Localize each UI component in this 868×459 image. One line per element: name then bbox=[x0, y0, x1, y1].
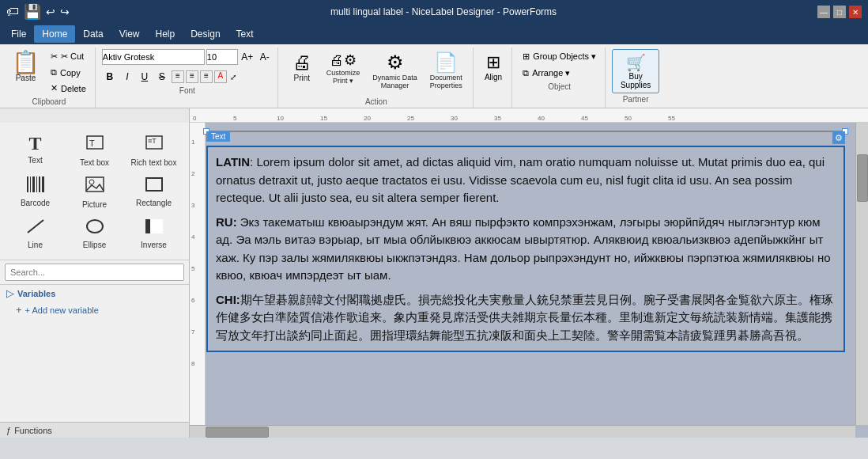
ruler-tick-55: 55 bbox=[668, 115, 675, 122]
svg-point-11 bbox=[89, 180, 94, 184]
ribbon-group-partner: 🛒 BuySupplies Partner bbox=[607, 47, 664, 108]
buy-supplies-label: BuySupplies bbox=[621, 72, 651, 89]
font-name-select[interactable] bbox=[102, 49, 205, 65]
maximize-button[interactable]: □ bbox=[833, 6, 846, 18]
tool-rectangle[interactable]: Rectangle bbox=[125, 173, 183, 213]
document-canvas: Text ⚙ LATIN: Lorem ipsum dolor sit amet… bbox=[206, 131, 846, 132]
panel-search bbox=[0, 260, 189, 285]
tool-ellipse[interactable]: Ellipse bbox=[66, 214, 123, 253]
tool-text[interactable]: T Text bbox=[6, 129, 64, 171]
paste-button[interactable]: 📋 Paste bbox=[8, 49, 43, 96]
variables-icon: ▷ bbox=[6, 287, 14, 299]
inverse-tool-label: Inverse bbox=[141, 241, 167, 249]
ribbon-group-font: A+ A- B I U S ≡ ≡ ≡ A ⤢ Font bbox=[97, 47, 278, 108]
menu-design[interactable]: Design bbox=[183, 25, 228, 43]
variables-item[interactable]: ▷ Variables bbox=[0, 285, 189, 302]
ruler-tick-25: 25 bbox=[407, 115, 414, 122]
print-button[interactable]: 🖨 Print bbox=[285, 49, 319, 85]
document-properties-label: DocumentProperties bbox=[430, 74, 462, 89]
align-button[interactable]: ⊞ Align bbox=[480, 49, 507, 85]
tool-line[interactable]: Line bbox=[6, 214, 64, 253]
font-decrease-btn[interactable]: A- bbox=[257, 49, 273, 65]
tool-panel: T Text T Text box ≡T Rich text box bbox=[0, 123, 189, 260]
window-controls: — □ ✕ bbox=[817, 6, 862, 18]
text-tool-label: Text bbox=[28, 156, 42, 165]
clipboard-label: Clipboard bbox=[8, 97, 90, 106]
add-variable-icon: + bbox=[16, 304, 22, 316]
tool-barcode[interactable]: Barcode bbox=[6, 173, 64, 213]
text-tag: Text bbox=[206, 131, 230, 142]
customize-print-button[interactable]: 🖨⚙ CustomizePrint ▾ bbox=[321, 49, 366, 87]
align-right-btn[interactable]: ≡ bbox=[200, 70, 213, 83]
menu-text[interactable]: Text bbox=[228, 25, 262, 43]
document-properties-button[interactable]: 📄 DocumentProperties bbox=[425, 49, 468, 92]
ruler-tick-35: 35 bbox=[494, 115, 501, 122]
rectangle-tool-icon bbox=[145, 176, 164, 197]
font-color-btn[interactable]: A bbox=[214, 70, 227, 83]
quick-access-save[interactable]: 💾 bbox=[24, 3, 41, 21]
svg-text:≡T: ≡T bbox=[148, 137, 157, 145]
content-textbox[interactable]: LATIN: Lorem ipsum dolor sit amet, ad di… bbox=[206, 146, 845, 352]
horizontal-scroll-thumb[interactable] bbox=[206, 427, 269, 438]
buy-supplies-button[interactable]: 🛒 BuySupplies bbox=[612, 49, 659, 93]
font-increase-btn[interactable]: A+ bbox=[240, 49, 255, 65]
align-left-btn[interactable]: ≡ bbox=[172, 70, 184, 83]
bold-button[interactable]: B bbox=[102, 69, 118, 85]
cut-button[interactable]: ✂ ✂ Cut bbox=[47, 49, 90, 64]
object-settings-handle[interactable]: ⚙ bbox=[832, 131, 845, 144]
ru-label: RU: bbox=[216, 215, 237, 229]
dynamic-data-button[interactable]: ⚙ Dynamic DataManager bbox=[367, 49, 423, 92]
ruler-tick-45: 45 bbox=[581, 115, 588, 122]
paste-icon: 📋 bbox=[12, 51, 40, 74]
underline-button[interactable]: U bbox=[137, 69, 153, 85]
copy-icon: ⧉ bbox=[51, 67, 57, 78]
horizontal-scrollbar[interactable] bbox=[190, 425, 855, 438]
arrange-button[interactable]: ⧉ Arrange ▾ bbox=[519, 66, 600, 81]
vertical-ruler: 1 2 3 4 5 6 7 8 bbox=[190, 123, 206, 438]
customize-print-icon: 🖨⚙ bbox=[330, 51, 357, 69]
tool-rich-text[interactable]: ≡T Rich text box bbox=[125, 129, 183, 171]
italic-button[interactable]: I bbox=[119, 69, 135, 85]
minimize-button[interactable]: — bbox=[817, 6, 830, 18]
main-area: T Text T Text box ≡T Rich text box bbox=[0, 123, 868, 438]
svg-rect-10 bbox=[86, 177, 104, 192]
search-input[interactable] bbox=[5, 264, 184, 281]
vertical-scroll-thumb[interactable] bbox=[857, 154, 868, 202]
app-icon: 🏷 bbox=[6, 5, 19, 19]
font-expand-btn[interactable]: ⤢ bbox=[228, 71, 238, 83]
add-variable-item[interactable]: + + Add new variable bbox=[0, 302, 189, 318]
title-bar-left: 🏷 💾 ↩ ↪ bbox=[6, 3, 70, 21]
tool-inverse[interactable]: Inverse bbox=[125, 214, 183, 253]
ribbon-group-align: ⊞ Align bbox=[475, 47, 512, 108]
tool-picture[interactable]: Picture bbox=[66, 173, 123, 213]
strikethrough-button[interactable]: S bbox=[154, 69, 170, 85]
add-variable-label: + Add new variable bbox=[25, 305, 99, 315]
ruler-tick-0: 0 bbox=[193, 115, 196, 122]
group-objects-button[interactable]: ⊞ Group Objects ▾ bbox=[519, 49, 600, 64]
menu-help[interactable]: Help bbox=[148, 25, 183, 43]
font-size-select[interactable] bbox=[206, 49, 238, 65]
line-tool-icon bbox=[26, 218, 45, 239]
ribbon-group-clipboard: 📋 Paste ✂ ✂ Cut ⧉ Copy ✕ bbox=[3, 47, 96, 108]
functions-bar[interactable]: ƒ Functions bbox=[0, 422, 189, 438]
title-bar: 🏷 💾 ↩ ↪ multi lingual label - NiceLabel … bbox=[0, 0, 868, 24]
vertical-scrollbar[interactable] bbox=[855, 123, 868, 425]
menu-data[interactable]: Data bbox=[75, 25, 111, 43]
delete-button[interactable]: ✕ Delete bbox=[47, 81, 90, 96]
print-icon: 🖨 bbox=[292, 51, 311, 74]
close-button[interactable]: ✕ bbox=[849, 6, 862, 18]
menu-home[interactable]: Home bbox=[34, 25, 75, 43]
align-icon: ⊞ bbox=[486, 52, 500, 73]
tool-textbox[interactable]: T Text box bbox=[66, 129, 123, 171]
align-center-btn[interactable]: ≡ bbox=[186, 70, 198, 83]
menu-view[interactable]: View bbox=[111, 25, 148, 43]
group-objects-label: Group Objects ▾ bbox=[533, 51, 596, 62]
quick-access-undo[interactable]: ↩ bbox=[46, 6, 55, 18]
horizontal-ruler: 0 5 10 15 20 25 30 35 40 45 50 55 bbox=[190, 108, 868, 122]
ribbon: 📋 Paste ✂ ✂ Cut ⧉ Copy ✕ bbox=[0, 44, 868, 108]
variables-panel: ▷ Variables + + Add new variable bbox=[0, 285, 189, 422]
quick-access-redo[interactable]: ↪ bbox=[60, 6, 70, 18]
rich-text-tool-icon: ≡T bbox=[145, 133, 164, 157]
copy-button[interactable]: ⧉ Copy bbox=[47, 65, 90, 80]
menu-file[interactable]: File bbox=[3, 25, 34, 43]
